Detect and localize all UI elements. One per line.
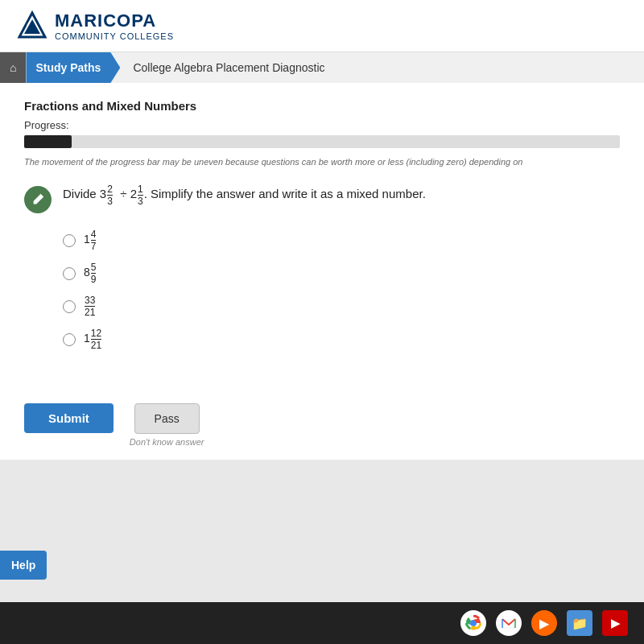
choice-b-label: 859 (84, 262, 97, 284)
logo-sub-text: COMMUNITY COLLEGES (55, 31, 174, 41)
home-breadcrumb[interactable]: ⌂ (0, 52, 26, 83)
answer-choices: 147 859 3321 11221 (63, 229, 620, 350)
choice-a[interactable]: 147 (63, 229, 620, 251)
home-icon: ⌂ (10, 61, 16, 74)
choice-c[interactable]: 3321 (63, 295, 620, 317)
taskbar: ▶ 📁 ▶ (0, 602, 644, 644)
logo-text: MARICOPA COMMUNITY COLLEGES (55, 10, 174, 41)
progress-label: Progress: (24, 119, 620, 131)
progress-note: The movement of the progress bar may be … (24, 156, 620, 168)
page-breadcrumb: College Algebra Placement Diagnostic (120, 52, 337, 83)
radio-c[interactable] (63, 300, 76, 313)
pass-button[interactable]: Pass (134, 403, 200, 434)
help-button[interactable]: Help (0, 551, 47, 580)
progress-bar-container (24, 135, 620, 148)
radio-b[interactable] (63, 267, 76, 280)
header: MARICOPA COMMUNITY COLLEGES (0, 0, 644, 52)
radio-d[interactable] (63, 333, 76, 346)
fraction-second-num: 13 (138, 184, 143, 206)
pencil-icon (31, 192, 45, 207)
question-icon (24, 186, 52, 213)
choice-c-label: 3321 (84, 295, 96, 317)
question-text: Divide 323 ÷ 213. Simplify the answer an… (63, 184, 426, 206)
fraction-first-num: 23 (107, 184, 113, 206)
main-content: Fractions and Mixed Numbers Progress: Th… (0, 83, 644, 460)
chrome-icon[interactable] (460, 610, 486, 636)
play-store-icon[interactable]: ▶ (531, 610, 557, 636)
progress-bar-fill (24, 135, 72, 148)
button-area: Submit Pass Don't know answer (0, 390, 644, 460)
radio-a[interactable] (63, 234, 76, 247)
youtube-icon[interactable]: ▶ (602, 610, 628, 636)
gmail-icon[interactable] (496, 610, 522, 636)
files-icon[interactable]: 📁 (567, 610, 592, 636)
choice-d[interactable]: 11221 (63, 328, 620, 350)
choice-a-label: 147 (84, 229, 97, 251)
pass-area: Pass Don't know answer (130, 403, 204, 447)
logo-main-text: MARICOPA (55, 10, 174, 31)
breadcrumb: ⌂ Study Paths College Algebra Placement … (0, 52, 644, 83)
page-title: College Algebra Placement Diagnostic (133, 61, 324, 74)
submit-button[interactable]: Submit (24, 403, 114, 433)
content-area: Fractions and Mixed Numbers Progress: Th… (0, 83, 644, 390)
choice-d-label: 11221 (84, 328, 102, 350)
section-title: Fractions and Mixed Numbers (24, 99, 620, 113)
maricopa-logo-icon (16, 10, 48, 42)
study-paths-label: Study Paths (35, 61, 101, 74)
dont-know-text: Don't know answer (130, 437, 204, 447)
question-area: Divide 323 ÷ 213. Simplify the answer an… (24, 184, 620, 213)
logo-area: MARICOPA COMMUNITY COLLEGES (16, 10, 174, 42)
study-paths-breadcrumb[interactable]: Study Paths (26, 52, 120, 83)
choice-b[interactable]: 859 (63, 262, 620, 284)
